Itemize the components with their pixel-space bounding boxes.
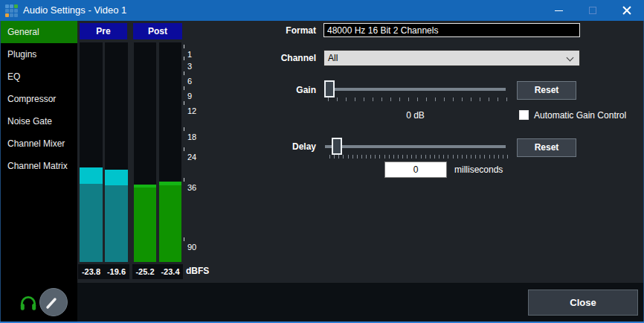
slider-tick — [421, 155, 422, 159]
scale-label: 9 — [187, 91, 192, 101]
slider-tick — [393, 155, 394, 159]
format-label: Format — [242, 25, 316, 36]
delay-reset-button[interactable]: Reset — [517, 138, 576, 157]
meter-layer: -23.8-19.6-25.2-23.4 — [0, 0, 644, 323]
slider-tick — [426, 97, 427, 101]
slider-tick — [498, 155, 499, 159]
slider-tick — [402, 155, 403, 159]
titlebar: Audio Settings - Video 1 — [0, 0, 644, 21]
slider-tick — [435, 97, 436, 101]
gain-slider-track[interactable] — [325, 88, 506, 91]
minimize-button[interactable] — [541, 0, 576, 21]
slider-tick — [338, 155, 339, 159]
app-icon — [5, 4, 18, 17]
slider-tick — [462, 155, 463, 159]
slider-tick — [399, 97, 400, 101]
slider-tick — [407, 155, 408, 159]
headphones-monitor-button[interactable] — [19, 293, 38, 313]
meter-reading-post-1: -25.2 — [132, 264, 158, 279]
sidebar-item-channel-matrix[interactable]: Channel Matrix — [1, 155, 77, 177]
delay-ms-input[interactable] — [384, 162, 447, 178]
slider-tick — [348, 155, 349, 159]
scale-label: 12 — [187, 106, 196, 116]
slider-tick — [384, 155, 385, 159]
window-title: Audio Settings - Video 1 — [23, 0, 126, 21]
headphones-icon — [19, 293, 38, 313]
db-scale: 13691218243690 — [0, 0, 644, 323]
gain-reset-button[interactable]: Reset — [517, 81, 576, 100]
slider-tick — [507, 155, 508, 159]
slider-tick — [408, 97, 409, 101]
maximize-icon — [589, 7, 596, 14]
slider-tick — [439, 155, 439, 159]
pre-meter-header: Pre — [80, 23, 127, 39]
slider-tick — [457, 155, 458, 159]
slider-tick — [489, 97, 489, 101]
headphones-volume-knob[interactable] — [39, 288, 68, 316]
sidebar-item-channel-mixer[interactable]: Channel Mixer — [1, 132, 77, 155]
slider-tick — [373, 97, 373, 101]
slider-tick — [416, 155, 416, 159]
meter-reading-pre-1: -23.8 — [78, 264, 104, 279]
scale-tick — [184, 127, 184, 131]
scale-tick — [184, 178, 184, 182]
slider-tick — [444, 97, 445, 101]
milliseconds-label: milliseconds — [454, 164, 503, 175]
slider-tick — [484, 155, 485, 159]
slider-tick — [346, 97, 347, 101]
dbfs-unit-label: dBFS — [186, 266, 209, 276]
chevron-down-icon — [567, 54, 574, 62]
slider-tick — [361, 155, 362, 159]
sidebar-item-eq[interactable]: EQ — [1, 65, 77, 88]
gain-slider-thumb[interactable] — [324, 80, 335, 97]
slider-tick — [343, 155, 344, 159]
agc-checkbox[interactable] — [519, 110, 529, 120]
slider-tick — [375, 155, 376, 159]
slider-tick — [494, 155, 495, 159]
sidebar-item-noise-gate[interactable]: Noise Gate — [1, 110, 77, 132]
channel-label: Channel — [242, 53, 316, 63]
slider-tick — [506, 97, 507, 101]
delay-slider-track[interactable] — [325, 145, 506, 148]
slider-tick — [389, 155, 390, 159]
slider-tick — [480, 97, 480, 101]
scale-label: 90 — [187, 242, 196, 252]
scale-label: 18 — [187, 132, 196, 142]
slider-tick — [471, 155, 471, 159]
scale-label: 1 — [187, 49, 192, 60]
delay-label: Delay — [242, 141, 316, 152]
scale-tick — [184, 45, 184, 48]
scale-tick — [184, 57, 184, 60]
slider-tick — [434, 155, 435, 159]
sidebar-item-general[interactable]: General — [1, 21, 77, 43]
sidebar-item-plugins[interactable]: Plugins — [1, 43, 77, 65]
gain-value-label: 0 dB — [325, 110, 506, 121]
slider-tick — [334, 155, 335, 159]
slider-tick — [379, 155, 380, 159]
meter-bar-post-1 — [134, 42, 156, 262]
format-input[interactable] — [323, 23, 580, 37]
channel-select[interactable]: All — [323, 50, 580, 66]
close-button[interactable]: Close — [528, 290, 638, 316]
slider-tick — [466, 155, 467, 159]
slider-tick — [411, 155, 412, 159]
close-window-button[interactable] — [610, 0, 644, 21]
slider-tick — [453, 97, 454, 101]
slider-tick — [328, 97, 329, 101]
scale-tick — [184, 71, 184, 75]
slider-tick — [370, 155, 371, 159]
maximize-button[interactable] — [576, 0, 610, 21]
slider-tick — [329, 155, 330, 159]
slider-tick — [364, 97, 364, 101]
delay-slider-thumb[interactable] — [332, 138, 342, 155]
minimize-icon — [555, 10, 563, 11]
slider-tick — [475, 155, 476, 159]
meter-reading-post-2: -23.4 — [158, 264, 183, 279]
close-icon — [622, 5, 632, 16]
sidebar-item-compressor[interactable]: Compressor — [1, 88, 77, 110]
slider-tick — [425, 155, 426, 159]
slider-tick — [352, 155, 353, 159]
slider-tick — [417, 97, 418, 101]
meter-bar-post-2 — [159, 42, 181, 262]
gain-label: Gain — [242, 85, 316, 95]
